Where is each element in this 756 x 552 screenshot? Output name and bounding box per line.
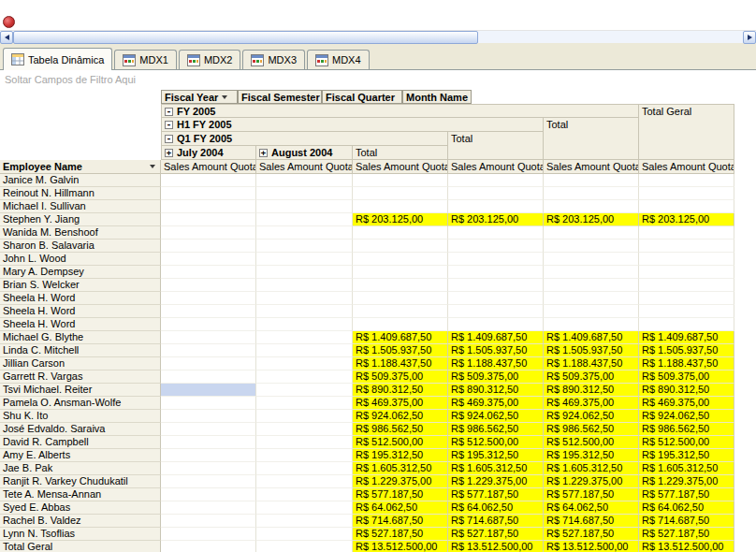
- data-cell[interactable]: [161, 449, 256, 462]
- employee-name-cell[interactable]: Sharon B. Salavaria: [0, 240, 161, 253]
- employee-name-cell[interactable]: Tete A. Mensa-Annan: [0, 488, 161, 501]
- employee-name-cell[interactable]: Pamela O. Ansman-Wolfe: [0, 397, 161, 410]
- header-july-2004[interactable]: +July 2004: [161, 146, 256, 160]
- employee-name-cell[interactable]: Ranjit R. Varkey Chudukatil: [0, 475, 161, 488]
- value-cell[interactable]: R$ 1.505.937,50: [448, 344, 544, 357]
- value-cell[interactable]: R$ 509.375,00: [448, 370, 544, 384]
- value-cell[interactable]: R$ 924.062,50: [353, 410, 448, 423]
- data-cell[interactable]: [161, 318, 256, 331]
- data-cell[interactable]: [161, 488, 256, 501]
- data-cell[interactable]: [448, 253, 544, 266]
- value-cell[interactable]: R$ 714.687,50: [639, 515, 734, 528]
- employee-name-cell[interactable]: John L. Wood: [0, 253, 161, 266]
- value-cell[interactable]: R$ 890.312,50: [353, 384, 448, 397]
- header-q1-fy-2005[interactable]: -Q1 FY 2005: [161, 132, 448, 146]
- value-cell[interactable]: R$ 1.505.937,50: [544, 344, 639, 357]
- employee-name-cell[interactable]: Wanida M. Benshoof: [0, 226, 161, 240]
- tab-mdx1[interactable]: MDX1: [114, 50, 177, 69]
- header-august-2004[interactable]: +August 2004: [256, 146, 353, 160]
- employee-name-cell[interactable]: Lynn N. Tsoflias: [0, 528, 161, 541]
- value-cell[interactable]: R$ 1.409.687,50: [353, 331, 448, 344]
- data-cell[interactable]: [256, 501, 353, 515]
- value-cell[interactable]: R$ 986.562,50: [544, 423, 639, 436]
- data-cell[interactable]: [544, 292, 639, 305]
- data-cell[interactable]: [544, 226, 639, 240]
- employee-name-cell[interactable]: Stephen Y. Jiang: [0, 213, 161, 226]
- data-cell[interactable]: [256, 528, 353, 541]
- value-cell[interactable]: R$ 577.187,50: [448, 488, 544, 501]
- employee-name-cell[interactable]: Brian S. Welcker: [0, 279, 161, 292]
- data-cell[interactable]: [256, 357, 353, 370]
- data-cell[interactable]: [639, 200, 734, 213]
- data-cell[interactable]: [544, 318, 639, 331]
- measure-header[interactable]: Sales Amount Quota: [353, 160, 448, 174]
- value-cell[interactable]: R$ 577.187,50: [544, 488, 639, 501]
- value-cell[interactable]: R$ 527.187,50: [448, 528, 544, 541]
- data-cell[interactable]: [448, 174, 544, 187]
- breakpoint-icon[interactable]: [3, 16, 15, 28]
- employee-name-cell[interactable]: Sheela H. Word: [0, 292, 161, 305]
- value-cell[interactable]: R$ 1.188.437,50: [544, 357, 639, 370]
- measure-header[interactable]: Sales Amount Quota: [639, 160, 734, 174]
- header-grand-total[interactable]: Total Geral: [639, 104, 734, 160]
- value-cell[interactable]: R$ 527.187,50: [639, 528, 734, 541]
- value-cell[interactable]: R$ 1.409.687,50: [448, 331, 544, 344]
- value-cell[interactable]: R$ 924.062,50: [544, 410, 639, 423]
- data-cell[interactable]: [256, 200, 353, 213]
- data-cell[interactable]: [161, 240, 256, 253]
- data-cell[interactable]: [353, 279, 448, 292]
- employee-name-cell[interactable]: Rachel B. Valdez: [0, 515, 161, 528]
- value-cell[interactable]: R$ 1.188.437,50: [639, 357, 734, 370]
- value-cell[interactable]: R$ 890.312,50: [544, 384, 639, 397]
- data-cell[interactable]: [256, 515, 353, 528]
- data-cell[interactable]: [161, 541, 256, 552]
- dropdown-arrow-icon[interactable]: [222, 95, 227, 99]
- data-cell[interactable]: [639, 240, 734, 253]
- employee-name-cell[interactable]: Tsvi Michael. Reiter: [0, 384, 161, 397]
- selected-cell[interactable]: [161, 384, 256, 397]
- employee-name-cell[interactable]: Sheela H. Word: [0, 318, 161, 331]
- data-cell[interactable]: [448, 318, 544, 331]
- data-cell[interactable]: [161, 501, 256, 515]
- data-cell[interactable]: [161, 462, 256, 475]
- employee-name-cell[interactable]: Garrett R. Vargas: [0, 370, 161, 384]
- data-cell[interactable]: [256, 344, 353, 357]
- value-cell[interactable]: R$ 512.500,00: [639, 436, 734, 449]
- code-horizontal-scrollbar[interactable]: [0, 30, 756, 43]
- collapse-icon[interactable]: -: [165, 121, 173, 129]
- value-cell[interactable]: R$ 577.187,50: [639, 488, 734, 501]
- value-cell[interactable]: R$ 13.512.500,00: [544, 541, 639, 552]
- data-cell[interactable]: [256, 384, 353, 397]
- data-cell[interactable]: [256, 475, 353, 488]
- data-cell[interactable]: [256, 187, 353, 200]
- data-cell[interactable]: [353, 187, 448, 200]
- data-cell[interactable]: [161, 200, 256, 213]
- value-cell[interactable]: R$ 469.375,00: [639, 397, 734, 410]
- header-h1-total[interactable]: Total: [448, 132, 544, 160]
- value-cell[interactable]: R$ 195.312,50: [639, 449, 734, 462]
- value-cell[interactable]: R$ 714.687,50: [448, 515, 544, 528]
- scroll-left-button[interactable]: [0, 31, 13, 44]
- data-cell[interactable]: [353, 240, 448, 253]
- data-cell[interactable]: [161, 213, 256, 226]
- employee-name-cell[interactable]: David R. Campbell: [0, 436, 161, 449]
- value-cell[interactable]: R$ 1.605.312,50: [544, 462, 639, 475]
- value-cell[interactable]: R$ 203.125,00: [448, 213, 544, 226]
- data-cell[interactable]: [256, 423, 353, 436]
- data-cell[interactable]: [161, 357, 256, 370]
- value-cell[interactable]: R$ 1.409.687,50: [544, 331, 639, 344]
- data-cell[interactable]: [161, 397, 256, 410]
- tab-mdx2[interactable]: MDX2: [179, 50, 241, 69]
- value-cell[interactable]: R$ 1.188.437,50: [353, 357, 448, 370]
- value-cell[interactable]: R$ 195.312,50: [353, 449, 448, 462]
- tab-tabela-dinamica[interactable]: Tabela Dinâmica: [3, 48, 112, 70]
- expand-icon[interactable]: +: [165, 149, 173, 157]
- data-cell[interactable]: [256, 331, 353, 344]
- value-cell[interactable]: R$ 512.500,00: [544, 436, 639, 449]
- value-cell[interactable]: R$ 469.375,00: [448, 397, 544, 410]
- data-cell[interactable]: [256, 292, 353, 305]
- header-h1-fy-2005[interactable]: -H1 FY 2005: [161, 118, 544, 132]
- data-cell[interactable]: [161, 370, 256, 384]
- data-cell[interactable]: [161, 410, 256, 423]
- data-cell[interactable]: [353, 305, 448, 318]
